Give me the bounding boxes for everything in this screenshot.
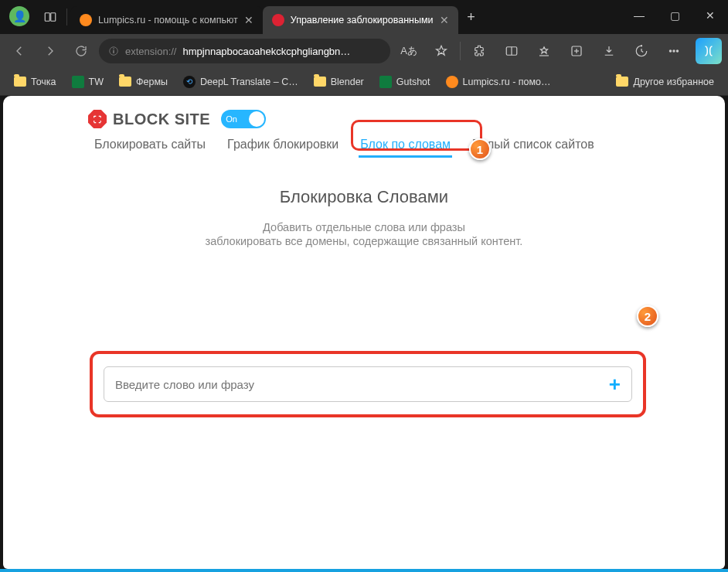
favicon-icon: [272, 14, 284, 26]
window-titlebar: 👤 Lumpics.ru - помощь с компьют ✕ Управл…: [0, 0, 728, 34]
extensions-button[interactable]: [465, 38, 493, 64]
folder-icon: [119, 77, 131, 87]
page-subtitle-2: заблокировать все домены, содержащие свя…: [3, 235, 725, 247]
browser-tab-blocksite[interactable]: Управление заблокированными ✕: [263, 6, 458, 34]
address-bar[interactable]: extension://hmpjnnapbocaoahekckcphgliang…: [99, 39, 390, 63]
maximize-button[interactable]: ▢: [657, 0, 692, 31]
more-button[interactable]: [660, 38, 688, 64]
close-icon[interactable]: ✕: [244, 14, 253, 26]
page-tabs: Блокировать сайты График блокировки Блок…: [3, 131, 725, 156]
bookmark-other[interactable]: Другое избранное: [608, 73, 722, 90]
sheet-icon: [72, 76, 84, 88]
tab-block-words[interactable]: Блок по словам: [349, 133, 461, 156]
downloads-button[interactable]: [595, 38, 623, 64]
page-subtitle-1: Добавить отдельные слова или фразы: [3, 221, 725, 233]
enable-toggle[interactable]: On: [221, 110, 266, 128]
tab-title: Lumpics.ru - помощь с компьют: [98, 15, 238, 26]
url-host: hmpjnnapbocaoahekckcphgliangbn…: [183, 46, 351, 57]
svg-rect-1: [51, 13, 56, 22]
svg-point-13: [676, 50, 678, 52]
back-button[interactable]: [6, 38, 32, 64]
workspaces-icon[interactable]: [37, 0, 63, 34]
add-word-button[interactable]: +: [609, 373, 621, 397]
new-tab-button[interactable]: +: [458, 0, 485, 34]
brand-title: BLOCK SITE: [113, 111, 210, 128]
profile-avatar[interactable]: 👤: [9, 6, 29, 26]
bottom-accent-bar: [0, 569, 728, 572]
favorite-button[interactable]: [427, 38, 455, 64]
bookmark-tochka[interactable]: Точка: [6, 73, 64, 90]
folder-icon: [314, 77, 326, 87]
bookmark-gutshot[interactable]: Gutshot: [372, 73, 438, 91]
page-content: ⛶ BLOCK SITE On Блокировать сайты График…: [3, 96, 725, 569]
browser-tab-lumpics[interactable]: Lumpics.ru - помощь с компьют ✕: [70, 6, 263, 34]
site-info-icon[interactable]: [108, 46, 119, 56]
split-screen-button[interactable]: [498, 38, 526, 64]
folder-icon: [14, 77, 26, 87]
annotation-badge-2: 2: [637, 305, 658, 327]
close-window-button[interactable]: ✕: [692, 0, 728, 31]
page-title: Блокировка Словами: [3, 187, 725, 207]
word-input[interactable]: [115, 378, 609, 391]
svg-point-11: [669, 50, 671, 52]
refresh-button[interactable]: [68, 38, 94, 64]
bookmarks-bar: Точка TW Фермы ⟲DeepL Translate – C… Ble…: [0, 68, 728, 96]
blocksite-logo-icon: ⛶: [88, 110, 107, 128]
svg-rect-4: [113, 49, 114, 49]
word-input-row: +: [104, 366, 632, 402]
annotation-badge-1: 1: [469, 138, 491, 160]
url-toolbar: extension://hmpjnnapbocaoahekckcphgliang…: [0, 34, 728, 68]
favorites-list-button[interactable]: [530, 38, 558, 64]
close-icon[interactable]: ✕: [440, 14, 449, 26]
tab-block-sites[interactable]: Блокировать сайты: [83, 133, 216, 156]
url-protocol: extension://: [125, 46, 177, 57]
tab-schedule[interactable]: График блокировки: [216, 133, 349, 156]
svg-rect-0: [45, 13, 49, 22]
tab-title: Управление заблокированными: [291, 15, 434, 26]
svg-rect-3: [113, 50, 114, 53]
minimize-button[interactable]: —: [621, 0, 657, 31]
favicon-icon: [80, 14, 92, 26]
bookmark-blender[interactable]: Blender: [306, 73, 372, 90]
forward-button[interactable]: [37, 38, 63, 64]
bookmark-farms[interactable]: Фермы: [111, 73, 175, 90]
bookmark-lumpics[interactable]: Lumpics.ru - помо…: [438, 73, 559, 91]
performance-button[interactable]: [628, 38, 655, 64]
copilot-button[interactable]: [696, 38, 722, 64]
reader-mode-button[interactable]: Aあ: [395, 38, 423, 64]
page-header: ⛶ BLOCK SITE On: [3, 96, 725, 131]
sheet-icon: [379, 76, 392, 88]
deepl-icon: ⟲: [183, 76, 196, 88]
collections-button[interactable]: [563, 38, 590, 64]
site-icon: [446, 76, 458, 88]
bookmark-deepl[interactable]: ⟲DeepL Translate – C…: [175, 73, 306, 91]
folder-icon: [616, 77, 628, 87]
titlebar-separator: [66, 9, 67, 26]
svg-point-12: [673, 50, 675, 52]
bookmark-tw[interactable]: TW: [64, 73, 111, 91]
annotation-highlight-input: +: [90, 351, 646, 417]
